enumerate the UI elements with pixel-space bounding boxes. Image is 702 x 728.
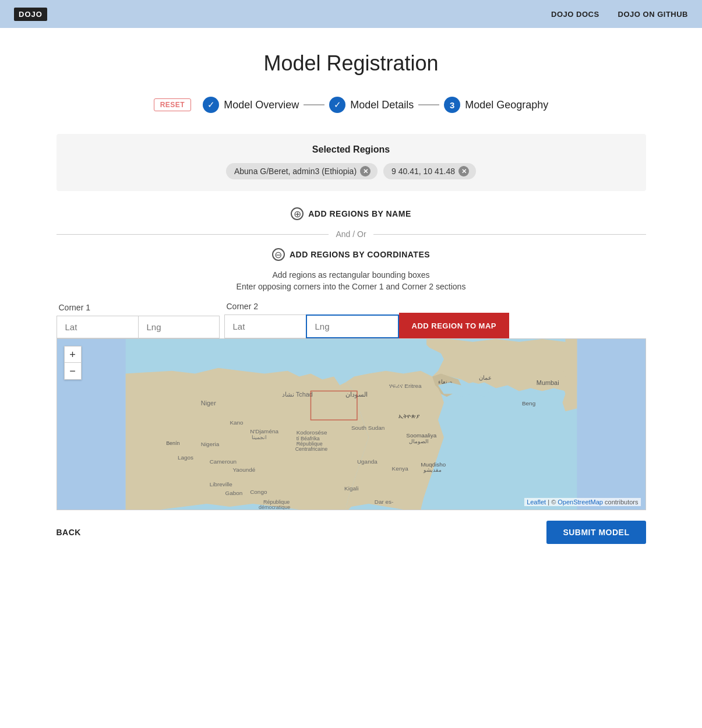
corner1-group: Corner 1 bbox=[57, 303, 220, 338]
corner1-inputs bbox=[57, 316, 220, 338]
region-chip-1: 9 40.41, 10 41.48 ✕ bbox=[383, 163, 476, 179]
svg-text:Lagos: Lagos bbox=[178, 454, 193, 461]
svg-text:Gabon: Gabon bbox=[225, 490, 242, 496]
corner2-lng-input[interactable] bbox=[306, 314, 399, 338]
nav-docs-link[interactable]: DOJO DOCS bbox=[551, 10, 599, 19]
svg-text:عمان: عمان bbox=[478, 374, 491, 381]
bbox-instruction-2: Enter opposing corners into the Corner 1… bbox=[57, 282, 646, 291]
add-by-coords-text: ⊖ ADD REGIONS BY COORDINATES bbox=[272, 248, 430, 261]
map-svg: Niger نشاد Tchad السودان ሃፍሪና Eritrea صن… bbox=[57, 339, 645, 510]
add-by-coords-section[interactable]: ⊖ ADD REGIONS BY COORDINATES bbox=[57, 248, 646, 261]
add-by-name-icon: ⊕ bbox=[291, 207, 304, 220]
svg-text:السودان: السودان bbox=[345, 391, 368, 398]
main-content: Model Registration RESET ✓ Model Overvie… bbox=[43, 28, 660, 567]
svg-text:N'Djaména: N'Djaména bbox=[250, 428, 278, 434]
map-attribution-separator: | © bbox=[548, 499, 558, 506]
step-3: 3 Model Geography bbox=[444, 97, 548, 113]
region-chips-container: Abuna G/Beret, admin3 (Ethiopia) ✕ 9 40.… bbox=[73, 163, 630, 179]
submit-button[interactable]: SUBMIT MODEL bbox=[546, 521, 645, 544]
step-1-label: Model Overview bbox=[224, 99, 299, 111]
svg-text:Kigali: Kigali bbox=[344, 485, 358, 492]
region-chip-0-close[interactable]: ✕ bbox=[360, 166, 371, 176]
svg-text:Beng: Beng bbox=[521, 400, 535, 407]
svg-text:انجمينا: انجمينا bbox=[252, 434, 267, 440]
map-attribution-rest: contributors bbox=[605, 499, 638, 506]
region-chip-0-label: Abuna G/Beret, admin3 (Ethiopia) bbox=[234, 167, 357, 176]
bbox-instruction-1: Add regions as rectangular bounding boxe… bbox=[57, 270, 646, 280]
add-by-coords-label: ADD REGIONS BY COORDINATES bbox=[290, 250, 430, 259]
corner1-lat-input[interactable] bbox=[57, 316, 138, 338]
add-by-name-label: ADD REGIONS BY NAME bbox=[308, 209, 411, 218]
nav-github-link[interactable]: DOJO ON GITHUB bbox=[618, 10, 688, 19]
svg-text:Kodorosése: Kodorosése bbox=[296, 429, 327, 436]
svg-text:Uganda: Uganda bbox=[357, 458, 377, 465]
step-separator-2 bbox=[418, 104, 439, 105]
footer-buttons: BACK SUBMIT MODEL bbox=[57, 521, 646, 544]
svg-text:Kano: Kano bbox=[230, 419, 244, 426]
step-1: ✓ Model Overview bbox=[203, 97, 299, 113]
corner2-inputs bbox=[224, 314, 399, 338]
logo-text: DOJO bbox=[14, 8, 47, 21]
svg-text:Centrafricaine: Centrafricaine bbox=[295, 446, 327, 452]
leaflet-link[interactable]: Leaflet bbox=[527, 499, 546, 506]
step-3-number-icon: 3 bbox=[444, 97, 460, 113]
corner2-lat-input[interactable] bbox=[224, 314, 306, 338]
svg-text:Kenya: Kenya bbox=[391, 465, 408, 472]
region-chip-1-close[interactable]: ✕ bbox=[458, 166, 469, 176]
selected-regions-card: Selected Regions Abuna G/Beret, admin3 (… bbox=[57, 134, 646, 191]
svg-text:South Sudan: South Sudan bbox=[351, 425, 384, 431]
region-chip-1-label: 9 40.41, 10 41.48 bbox=[391, 167, 455, 176]
corner2-label: Corner 2 bbox=[227, 302, 399, 311]
back-button[interactable]: BACK bbox=[57, 528, 81, 537]
page-title: Model Registration bbox=[57, 51, 646, 76]
step-2-check-icon: ✓ bbox=[329, 97, 345, 113]
and-or-divider: And / Or bbox=[57, 229, 646, 239]
svg-text:مقديشو: مقديشو bbox=[423, 467, 442, 473]
step-2: ✓ Model Details bbox=[329, 97, 414, 113]
svg-text:Benín: Benín bbox=[166, 440, 179, 446]
navbar: DOJO DOJO DOCS DOJO ON GITHUB bbox=[0, 0, 702, 28]
add-by-name-section[interactable]: ⊕ ADD REGIONS BY NAME bbox=[57, 207, 646, 220]
map-zoom-in-button[interactable]: + bbox=[65, 347, 81, 363]
map-attribution: Leaflet | © OpenStreetMap contributors bbox=[524, 498, 640, 506]
svg-text:Dar es-: Dar es- bbox=[374, 499, 393, 505]
svg-text:ኢትዮጵያ: ኢትዮጵያ bbox=[398, 413, 419, 419]
logo: DOJO bbox=[14, 8, 47, 21]
selected-regions-title: Selected Regions bbox=[73, 144, 630, 155]
map-container: + − Niger نشاد Tchad bbox=[57, 338, 646, 510]
region-chip-0: Abuna G/Beret, admin3 (Ethiopia) ✕ bbox=[226, 163, 378, 179]
steps-container: RESET ✓ Model Overview ✓ Model Details 3… bbox=[57, 97, 646, 113]
reset-button[interactable]: RESET bbox=[154, 98, 192, 111]
map-zoom-out-button[interactable]: − bbox=[65, 363, 81, 379]
svg-text:Cameroun: Cameroun bbox=[209, 458, 236, 465]
and-or-text: And / Or bbox=[336, 229, 366, 239]
svg-text:Niger: Niger bbox=[200, 400, 216, 407]
svg-text:Nigeria: Nigeria bbox=[200, 441, 219, 447]
svg-text:Libreville: Libreville bbox=[209, 481, 232, 487]
map-zoom-controls: + − bbox=[64, 346, 82, 380]
svg-text:Muqdisho: Muqdisho bbox=[421, 461, 446, 468]
step-2-label: Model Details bbox=[350, 99, 414, 111]
svg-text:Soomaaliya: Soomaaliya bbox=[406, 432, 436, 439]
add-by-coords-icon: ⊖ bbox=[272, 248, 285, 261]
osm-link[interactable]: OpenStreetMap bbox=[558, 499, 603, 506]
svg-text:ሃፍሪና Eritrea: ሃፍሪና Eritrea bbox=[389, 383, 421, 389]
divider-line-left bbox=[57, 234, 329, 235]
corner1-lng-input[interactable] bbox=[138, 316, 220, 338]
step-3-label: Model Geography bbox=[465, 99, 548, 111]
add-region-button[interactable]: ADD REGION TO MAP bbox=[399, 313, 510, 338]
corner1-label: Corner 1 bbox=[59, 303, 220, 312]
divider-line-right bbox=[373, 234, 646, 235]
nav-links: DOJO DOCS DOJO ON GITHUB bbox=[551, 10, 688, 19]
step-separator-1 bbox=[304, 104, 324, 105]
add-by-name-text: ⊕ ADD REGIONS BY NAME bbox=[291, 207, 411, 220]
svg-text:Yaoundé: Yaoundé bbox=[232, 467, 255, 473]
svg-text:Congo: Congo bbox=[250, 489, 267, 495]
svg-text:Mumbai: Mumbai bbox=[536, 379, 559, 386]
step-1-check-icon: ✓ bbox=[203, 97, 219, 113]
svg-text:démocratique: démocratique bbox=[259, 504, 290, 510]
corner2-group: Corner 2 bbox=[224, 302, 399, 338]
svg-text:الصومال: الصومال bbox=[409, 439, 429, 445]
svg-text:نشاد Tchad: نشاد Tchad bbox=[281, 391, 312, 398]
